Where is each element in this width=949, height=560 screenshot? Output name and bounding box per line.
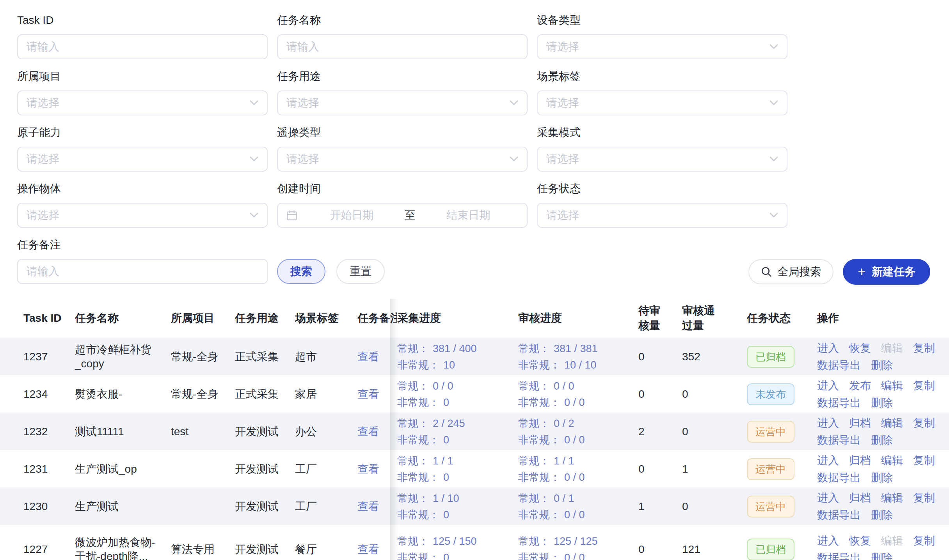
cell-collect-progress: 常规：2 / 245 非常规：0: [397, 415, 518, 448]
col-header-scene: 场景标签: [295, 311, 357, 326]
filter-purpose-label: 任务用途: [277, 69, 528, 84]
filter-teleop-type-label: 遥操类型: [277, 125, 528, 140]
action-copy[interactable]: 复制: [913, 533, 935, 548]
remark-view-link[interactable]: 查看: [357, 425, 379, 438]
cell-review-progress: 常规：0 / 0 非常规：0 / 0: [518, 378, 638, 411]
operate-object-select[interactable]: 请选择: [17, 203, 268, 228]
new-task-label: 新建任务: [872, 264, 915, 279]
filter-scene-tag-label: 场景标签: [537, 69, 787, 84]
action-restore[interactable]: 恢复: [849, 533, 871, 548]
table-row: 1227 微波炉加热食物-干扰-depth降... 算法专用 开发测试 餐厅 查…: [0, 525, 949, 560]
action-publish[interactable]: 发布: [849, 378, 871, 393]
remark-view-link[interactable]: 查看: [357, 543, 379, 555]
action-export[interactable]: 数据导出: [817, 470, 861, 485]
project-select[interactable]: 请选择: [17, 90, 268, 115]
cell-actions: 进入 归档 编辑 复制 数据导出 删除: [817, 487, 949, 526]
action-delete[interactable]: 删除: [871, 433, 893, 448]
global-search-label: 全局搜索: [777, 264, 821, 279]
action-copy[interactable]: 复制: [913, 416, 935, 431]
filter-project-label: 所属项目: [17, 69, 268, 84]
scene-tag-select[interactable]: 请选择: [537, 90, 787, 115]
device-type-select[interactable]: 请选择: [537, 34, 787, 59]
remark-view-link[interactable]: 查看: [357, 351, 379, 363]
atomic-ability-select[interactable]: 请选择: [17, 147, 268, 172]
global-search-button[interactable]: 全局搜索: [748, 259, 833, 284]
action-delete[interactable]: 删除: [871, 551, 893, 560]
action-copy[interactable]: 复制: [913, 341, 935, 356]
select-placeholder: 请选择: [27, 208, 59, 223]
cell-remark: 查看: [357, 500, 397, 514]
cell-passed-count: 0: [682, 500, 747, 514]
cell-purpose: 正式采集: [235, 387, 295, 401]
search-button[interactable]: 搜索: [277, 259, 325, 284]
cell-task-name: 超市冷鲜柜补货_copy: [75, 343, 171, 371]
action-edit[interactable]: 编辑: [881, 378, 903, 393]
new-task-button[interactable]: + 新建任务: [843, 259, 930, 285]
cell-project: 算法专用: [171, 542, 235, 556]
cell-task-id: 1227: [23, 542, 75, 556]
action-export[interactable]: 数据导出: [817, 395, 861, 410]
collect-mode-select[interactable]: 请选择: [537, 147, 787, 172]
cell-remark: 查看: [357, 462, 397, 476]
action-delete[interactable]: 删除: [871, 470, 893, 485]
action-archive[interactable]: 归档: [849, 416, 871, 431]
chevron-down-icon: [510, 156, 518, 162]
chevron-down-icon: [250, 213, 258, 218]
filter-scene-tag: 场景标签 请选择: [537, 69, 787, 115]
action-export[interactable]: 数据导出: [817, 508, 861, 523]
action-copy[interactable]: 复制: [913, 378, 935, 393]
action-enter[interactable]: 进入: [817, 378, 839, 393]
action-enter[interactable]: 进入: [817, 416, 839, 431]
action-export[interactable]: 数据导出: [817, 433, 861, 448]
cell-remark: 查看: [357, 425, 397, 439]
start-date-placeholder[interactable]: 开始日期: [302, 208, 402, 223]
plus-icon: +: [858, 265, 865, 278]
teleop-type-select[interactable]: 请选择: [277, 147, 528, 172]
remark-view-link[interactable]: 查看: [357, 388, 379, 400]
action-enter[interactable]: 进入: [817, 533, 839, 548]
cell-collect-progress: 常规：1 / 10 非常规：0: [397, 490, 518, 523]
action-edit[interactable]: 编辑: [881, 491, 903, 505]
cell-task-name: 微波炉加热食物-干扰-depth降...: [75, 535, 171, 560]
cell-task-id: 1231: [23, 462, 75, 476]
create-time-range-picker[interactable]: 开始日期 至 结束日期: [277, 203, 528, 228]
action-copy[interactable]: 复制: [913, 491, 935, 505]
purpose-select[interactable]: 请选择: [277, 90, 528, 115]
action-delete[interactable]: 删除: [871, 508, 893, 523]
action-archive[interactable]: 归档: [849, 491, 871, 505]
remark-view-link[interactable]: 查看: [357, 463, 379, 475]
cell-actions: 进入 恢复 编辑 复制 数据导出 删除: [817, 338, 949, 376]
action-archive[interactable]: 归档: [849, 453, 871, 468]
cell-review-progress: 常规：381 / 381 非常规：10 / 10: [518, 340, 638, 373]
task-remark-input[interactable]: 请输入: [17, 259, 268, 284]
task-status-select[interactable]: 请选择: [537, 203, 787, 228]
task-id-input[interactable]: 请输入: [17, 34, 268, 59]
table-row: 1237 超市冷鲜柜补货_copy 常规-全身 正式采集 超市 查看 常规：38…: [0, 338, 949, 375]
status-badge: 运营中: [747, 421, 794, 443]
status-badge: 运营中: [747, 496, 794, 517]
end-date-placeholder[interactable]: 结束日期: [419, 208, 518, 223]
reset-button[interactable]: 重置: [336, 259, 385, 284]
action-delete[interactable]: 删除: [871, 358, 893, 373]
action-delete[interactable]: 删除: [871, 395, 893, 410]
cell-review-progress: 常规：1 / 1 非常规：0 / 0: [518, 453, 638, 486]
task-name-input[interactable]: 请输入: [277, 34, 528, 59]
action-edit[interactable]: 编辑: [881, 453, 903, 468]
status-badge: 未发布: [747, 383, 794, 405]
action-enter[interactable]: 进入: [817, 453, 839, 468]
cell-review-progress: 常规：0 / 1 非常规：0 / 0: [518, 490, 638, 523]
cell-passed-count: 0: [682, 387, 747, 401]
action-enter[interactable]: 进入: [817, 341, 839, 356]
select-placeholder: 请选择: [286, 96, 319, 110]
action-export[interactable]: 数据导出: [817, 358, 861, 373]
action-export[interactable]: 数据导出: [817, 551, 861, 560]
remark-view-link[interactable]: 查看: [357, 500, 379, 512]
action-enter[interactable]: 进入: [817, 491, 839, 505]
filter-collect-mode: 采集模式 请选择: [537, 125, 787, 172]
action-restore[interactable]: 恢复: [849, 341, 871, 356]
select-placeholder: 请选择: [27, 96, 59, 110]
filter-task-status: 任务状态 请选择: [537, 181, 787, 228]
action-edit[interactable]: 编辑: [881, 416, 903, 431]
action-edit: 编辑: [881, 533, 903, 548]
action-copy[interactable]: 复制: [913, 453, 935, 468]
